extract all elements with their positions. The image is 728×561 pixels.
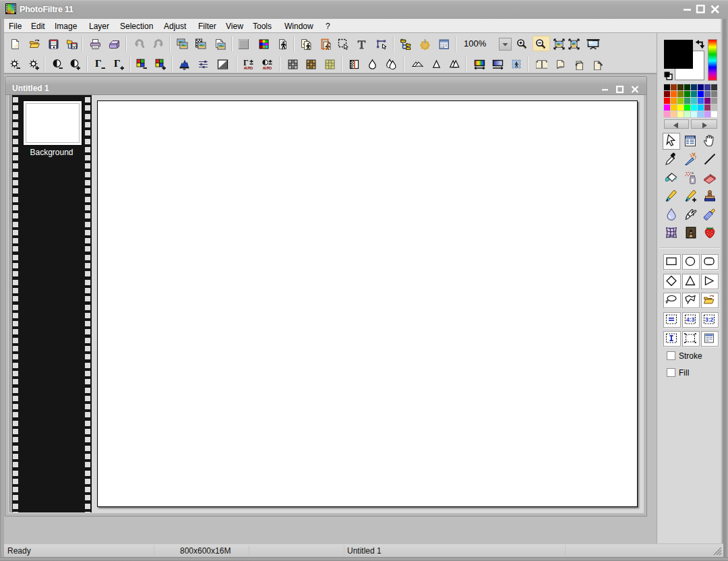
svg-text:4:3: 4:3 — [686, 316, 695, 323]
svg-text:3:2: 3:2 — [705, 316, 714, 323]
svg-text:AUTO: AUTO — [244, 66, 253, 70]
svg-text:Γ: Γ — [95, 59, 102, 69]
svg-text:Γ: Γ — [114, 59, 121, 69]
svg-text:AUTO: AUTO — [262, 66, 272, 70]
